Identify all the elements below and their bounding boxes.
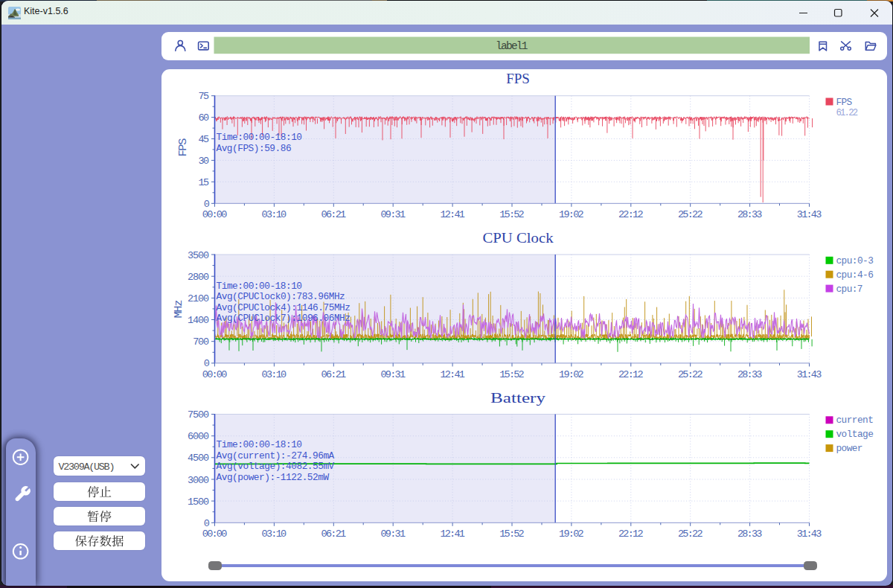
svg-text:15: 15 [199, 177, 209, 188]
svg-text:19:02: 19:02 [559, 369, 584, 380]
svg-text:15:52: 15:52 [499, 369, 525, 380]
svg-text:0: 0 [204, 518, 210, 529]
svg-text:45: 45 [199, 134, 209, 145]
svg-text:Avg(FPS):59.86: Avg(FPS):59.86 [217, 143, 292, 154]
svg-text:V2309A(USB): V2309A(USB) [59, 461, 115, 473]
svg-text:FPS: FPS [506, 71, 530, 86]
svg-text:30: 30 [199, 156, 209, 167]
svg-text:15:52: 15:52 [499, 209, 525, 220]
svg-text:09:31: 09:31 [381, 369, 406, 380]
svg-text:28:33: 28:33 [737, 528, 763, 540]
svg-text:power: power [836, 443, 863, 454]
svg-text:cpu:0-3: cpu:0-3 [836, 255, 874, 266]
svg-text:22:12: 22:12 [618, 528, 644, 540]
svg-text:00:00: 00:00 [202, 369, 228, 380]
svg-text:22:12: 22:12 [618, 369, 644, 380]
svg-text:MHz: MHz [172, 299, 185, 318]
svg-text:6000: 6000 [188, 431, 209, 442]
svg-text:60: 60 [199, 112, 209, 124]
svg-text:06:21: 06:21 [321, 528, 347, 540]
svg-text:Avg(power):-1122.52mW: Avg(power):-1122.52mW [217, 472, 330, 483]
svg-text:31:43: 31:43 [797, 209, 822, 220]
svg-text:25:22: 25:22 [678, 369, 703, 380]
svg-text:03:10: 03:10 [262, 369, 287, 380]
svg-text:CPU Clock: CPU Clock [483, 231, 554, 246]
svg-text:3000: 3000 [188, 475, 209, 486]
svg-text:00:00: 00:00 [202, 209, 228, 220]
svg-text:Battery: Battery [490, 391, 546, 406]
svg-text:Avg(CPUClock4):1146.75MHz: Avg(CPUClock4):1146.75MHz [217, 302, 351, 313]
svg-text:0: 0 [204, 199, 210, 210]
svg-text:Avg(current):-274.96mA: Avg(current):-274.96mA [217, 450, 335, 461]
svg-text:2100: 2100 [188, 293, 209, 304]
svg-text:FPS: FPS [176, 138, 190, 156]
svg-text:19:02: 19:02 [559, 528, 584, 540]
svg-text:19:02: 19:02 [559, 209, 584, 220]
svg-text:61.22: 61.22 [836, 108, 859, 118]
svg-text:22:12: 22:12 [618, 209, 644, 220]
svg-text:Time:00:00-18:10: Time:00:00-18:10 [217, 132, 303, 143]
svg-text:Time:00:00-18:10: Time:00:00-18:10 [217, 439, 303, 450]
svg-text:31:43: 31:43 [797, 528, 822, 540]
svg-text:Avg(CPUClock7):1096.06MHz: Avg(CPUClock7):1096.06MHz [217, 313, 351, 324]
svg-text:1500: 1500 [188, 496, 209, 508]
svg-text:28:33: 28:33 [737, 209, 763, 220]
svg-text:label1: label1 [496, 40, 528, 52]
svg-text:09:31: 09:31 [381, 528, 406, 540]
svg-text:cpu:7: cpu:7 [836, 284, 863, 295]
svg-text:700: 700 [193, 336, 209, 348]
svg-text:09:31: 09:31 [381, 209, 406, 220]
svg-text:Avg(voltage):4082.55mV: Avg(voltage):4082.55mV [217, 461, 335, 472]
svg-text:current: current [836, 415, 874, 426]
svg-text:2800: 2800 [188, 272, 209, 283]
svg-text:7500: 7500 [188, 409, 209, 421]
svg-text:voltage: voltage [836, 429, 874, 440]
svg-text:12:41: 12:41 [440, 369, 465, 380]
svg-text:75: 75 [199, 91, 209, 102]
svg-text:25:22: 25:22 [678, 528, 703, 540]
svg-text:28:33: 28:33 [737, 369, 763, 380]
svg-text:12:41: 12:41 [440, 209, 465, 220]
svg-text:FPS: FPS [836, 97, 853, 108]
svg-text:00:00: 00:00 [202, 528, 228, 540]
svg-text:12:41: 12:41 [440, 528, 465, 540]
svg-text:4500: 4500 [188, 453, 209, 464]
svg-text:Time:00:00-18:10: Time:00:00-18:10 [217, 281, 303, 292]
svg-text:Avg(CPUClock0):783.96MHz: Avg(CPUClock0):783.96MHz [217, 291, 345, 302]
svg-text:31:43: 31:43 [797, 369, 822, 380]
svg-text:1400: 1400 [188, 315, 209, 326]
svg-text:06:21: 06:21 [321, 209, 347, 220]
svg-text:15:52: 15:52 [499, 528, 525, 540]
svg-text:03:10: 03:10 [262, 209, 287, 220]
svg-text:03:10: 03:10 [262, 528, 287, 540]
svg-text:3500: 3500 [188, 250, 209, 261]
svg-text:cpu:4-6: cpu:4-6 [836, 269, 874, 281]
svg-text:25:22: 25:22 [678, 209, 703, 220]
svg-text:0: 0 [204, 358, 210, 369]
svg-text:06:21: 06:21 [321, 369, 347, 380]
